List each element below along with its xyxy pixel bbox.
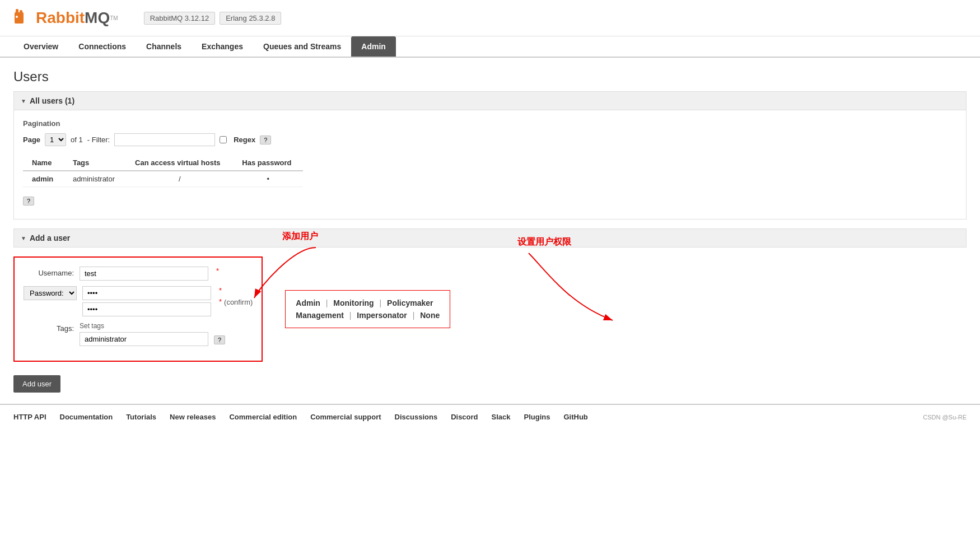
- version-badges: RabbitMQ 3.12.12 Erlang 25.3.2.8: [144, 12, 282, 25]
- all-users-header[interactable]: ▼ All users (1): [13, 91, 967, 110]
- footer-documentation[interactable]: Documentation: [60, 413, 113, 421]
- footer-slack[interactable]: Slack: [492, 413, 511, 421]
- page-label: Page: [23, 136, 40, 144]
- add-user-label: Add a user: [30, 234, 70, 242]
- logo-tm: TM: [110, 15, 118, 21]
- tag-policymaker[interactable]: Policymaker: [387, 298, 433, 307]
- col-name: Name: [23, 155, 64, 171]
- svg-rect-1: [16, 9, 18, 16]
- pagination-controls: Page 1 of 1 - Filter: Regex ?: [23, 133, 957, 146]
- rabbitmq-version: RabbitMQ 3.12.12: [144, 12, 216, 25]
- regex-checkbox[interactable]: [220, 136, 227, 143]
- user-tags: administrator: [64, 171, 126, 187]
- users-table: Name Tags Can access virtual hosts Has p…: [23, 155, 303, 187]
- nav-channels[interactable]: Channels: [136, 36, 192, 57]
- tag-admin[interactable]: Admin: [296, 298, 320, 307]
- add-user-header[interactable]: ▼ Add a user: [13, 228, 967, 248]
- footer-plugins[interactable]: Plugins: [524, 413, 550, 421]
- footer-tutorials[interactable]: Tutorials: [126, 413, 156, 421]
- tags-help-button[interactable]: ?: [214, 335, 225, 344]
- all-users-content: Pagination Page 1 of 1 - Filter: Regex ?…: [13, 110, 967, 220]
- main-content: Users ▼ All users (1) Pagination Page 1 …: [0, 58, 980, 404]
- tags-input[interactable]: [80, 332, 208, 346]
- password-required: *: [219, 286, 253, 295]
- collapse-arrow: ▼: [21, 98, 26, 104]
- tag-impersonator[interactable]: Impersonator: [357, 311, 407, 320]
- tags-popup: Admin | Monitoring | Policymaker Managem…: [285, 290, 450, 328]
- password-select[interactable]: Password:: [24, 286, 77, 300]
- svg-rect-2: [20, 10, 22, 16]
- nav-exchanges[interactable]: Exchanges: [192, 36, 253, 57]
- password-row: Password: * * (confirm): [24, 286, 253, 316]
- footer-discussions[interactable]: Discussions: [395, 413, 438, 421]
- tags-row: Tags: Set tags ?: [24, 322, 253, 346]
- footer-github[interactable]: GitHub: [563, 413, 587, 421]
- col-password: Has password: [233, 155, 303, 171]
- page-select[interactable]: 1: [45, 133, 66, 146]
- tags-label: Tags:: [24, 322, 74, 333]
- of-label: of 1: [71, 136, 83, 144]
- erlang-version: Erlang 25.3.2.8: [220, 12, 281, 25]
- svg-point-3: [16, 16, 18, 18]
- tag-monitoring[interactable]: Monitoring: [333, 298, 374, 307]
- logo-rabbit: Rabbit: [36, 9, 85, 27]
- nav-overview[interactable]: Overview: [13, 36, 68, 57]
- footer-http-api[interactable]: HTTP API: [13, 413, 46, 421]
- nav-connections[interactable]: Connections: [68, 36, 136, 57]
- add-user-button[interactable]: Add user: [13, 375, 60, 393]
- username-label: Username:: [24, 267, 74, 277]
- table-row: admin administrator / •: [23, 171, 303, 187]
- col-tags: Tags: [64, 155, 126, 171]
- add-user-section: ▼ Add a user Username: * Password:: [13, 228, 967, 393]
- footer: HTTP API Documentation Tutorials New rel…: [0, 404, 980, 429]
- page-title: Users: [13, 69, 967, 85]
- confirm-required: *: [219, 297, 222, 306]
- nav-queues[interactable]: Queues and Streams: [253, 36, 351, 57]
- filter-input[interactable]: [114, 133, 215, 146]
- add-user-arrow: ▼: [21, 235, 26, 241]
- logo-mq: MQ: [85, 9, 110, 27]
- add-user-form: Username: * Password: *: [13, 256, 263, 362]
- logo: RabbitMQTM: [13, 7, 118, 29]
- col-vhosts: Can access virtual hosts: [126, 155, 233, 171]
- all-users-label: All users (1): [30, 96, 74, 105]
- confirm-label: (confirm): [224, 298, 253, 306]
- tag-management[interactable]: Management: [296, 311, 344, 320]
- app-header: RabbitMQTM RabbitMQ 3.12.12 Erlang 25.3.…: [0, 0, 980, 36]
- user-vhosts[interactable]: /: [126, 171, 233, 187]
- set-tags-label: Set tags: [80, 322, 208, 330]
- footer-commercial-support[interactable]: Commercial support: [310, 413, 381, 421]
- nav-admin[interactable]: Admin: [351, 36, 396, 57]
- regex-help-button[interactable]: ?: [260, 136, 271, 144]
- username-input[interactable]: [80, 267, 208, 281]
- table-help-button[interactable]: ?: [23, 197, 34, 206]
- logo-icon: [13, 7, 36, 29]
- user-has-password: •: [233, 171, 303, 187]
- regex-label: Regex: [234, 136, 255, 144]
- filter-label: - Filter:: [87, 136, 110, 144]
- password-input[interactable]: [82, 286, 211, 300]
- footer-new-releases[interactable]: New releases: [170, 413, 216, 421]
- footer-credit: CSDN @Su-RE: [923, 414, 967, 421]
- footer-discord[interactable]: Discord: [451, 413, 478, 421]
- password-confirm-input[interactable]: [82, 302, 211, 316]
- footer-commercial-edition[interactable]: Commercial edition: [229, 413, 297, 421]
- username-row: Username: *: [24, 267, 253, 281]
- pagination-label: Pagination: [23, 119, 957, 128]
- user-name[interactable]: admin: [32, 175, 53, 183]
- username-required: *: [216, 267, 219, 275]
- main-nav: Overview Connections Channels Exchanges …: [0, 36, 980, 58]
- tag-none[interactable]: None: [420, 311, 440, 320]
- arrow-set-permissions: [523, 248, 635, 326]
